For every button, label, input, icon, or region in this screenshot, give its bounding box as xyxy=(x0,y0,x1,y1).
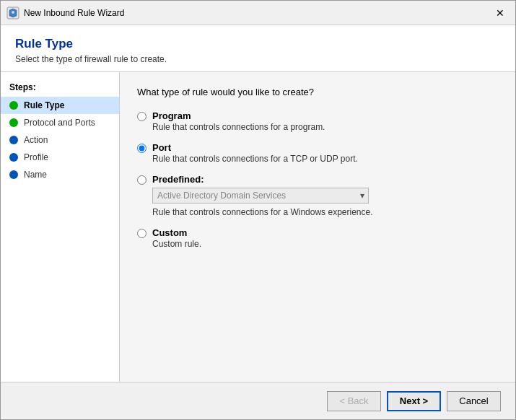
next-button[interactable]: Next > xyxy=(387,391,441,411)
content-area: Rule Type Select the type of firewall ru… xyxy=(1,25,515,382)
step-label-protocol-ports: Protocol and Ports xyxy=(24,118,95,128)
radio-predefined[interactable] xyxy=(137,175,147,185)
predefined-select-wrapper: Active Directory Domain Services xyxy=(152,188,373,204)
radio-label-custom[interactable]: Custom xyxy=(152,227,201,238)
radio-desc-program: Rule that controls connections for a pro… xyxy=(152,122,325,132)
title-bar-text: New Inbound Rule Wizard xyxy=(24,8,491,18)
radio-option-custom: Custom Custom rule. xyxy=(137,227,498,249)
radio-option-program: Program Rule that controls connections f… xyxy=(137,110,498,132)
steps-label: Steps: xyxy=(1,79,119,97)
step-dot-protocol-ports xyxy=(9,118,18,127)
radio-option-predefined: Predefined: Active Directory Domain Serv… xyxy=(137,174,498,217)
footer: < Back Next > Cancel xyxy=(1,382,515,419)
radio-option-port: Port Rule that controls connections for … xyxy=(137,142,498,164)
predefined-select[interactable]: Active Directory Domain Services xyxy=(152,188,369,204)
sidebar-item-profile[interactable]: Profile xyxy=(1,149,119,166)
main-body: Steps: Rule Type Protocol and Ports Acti… xyxy=(1,72,515,382)
svg-point-1 xyxy=(12,11,14,14)
title-bar: New Inbound Rule Wizard ✕ xyxy=(1,1,515,25)
radio-desc-port: Rule that controls connections for a TCP… xyxy=(152,154,358,164)
radio-desc-custom: Custom rule. xyxy=(152,239,201,249)
radio-program[interactable] xyxy=(137,112,147,121)
step-dot-profile xyxy=(9,153,18,162)
radio-label-program[interactable]: Program xyxy=(152,110,325,121)
wizard-content: What type of rule would you like to crea… xyxy=(120,72,515,382)
radio-label-port[interactable]: Port xyxy=(152,142,358,153)
window-icon xyxy=(6,6,19,19)
step-label-profile: Profile xyxy=(24,152,48,162)
back-button[interactable]: < Back xyxy=(327,391,381,411)
page-title: Rule Type xyxy=(15,37,501,51)
close-button[interactable]: ✕ xyxy=(491,4,510,22)
wizard-window: New Inbound Rule Wizard ✕ Rule Type Sele… xyxy=(0,0,516,420)
header-section: Rule Type Select the type of firewall ru… xyxy=(1,25,515,72)
predefined-select-container: Active Directory Domain Services xyxy=(152,188,369,204)
step-dot-name xyxy=(9,170,18,179)
step-dot-action xyxy=(9,136,18,144)
radio-label-predefined[interactable]: Predefined: xyxy=(152,174,373,185)
sidebar-item-name[interactable]: Name xyxy=(1,166,119,183)
sidebar-item-action[interactable]: Action xyxy=(1,131,119,149)
radio-custom[interactable] xyxy=(137,229,147,238)
radio-desc-predefined: Rule that controls connections for a Win… xyxy=(152,207,373,217)
sidebar: Steps: Rule Type Protocol and Ports Acti… xyxy=(1,72,120,382)
radio-group: Program Rule that controls connections f… xyxy=(137,110,498,249)
question-text: What type of rule would you like to crea… xyxy=(137,87,498,97)
page-subtitle: Select the type of firewall rule to crea… xyxy=(15,54,501,64)
step-dot-rule-type xyxy=(9,101,18,110)
sidebar-item-protocol-ports[interactable]: Protocol and Ports xyxy=(1,114,119,131)
step-label-action: Action xyxy=(24,135,48,145)
step-label-rule-type: Rule Type xyxy=(24,100,64,110)
step-label-name: Name xyxy=(24,170,47,180)
title-bar-controls: ✕ xyxy=(491,4,510,22)
cancel-button[interactable]: Cancel xyxy=(447,391,501,411)
sidebar-item-rule-type[interactable]: Rule Type xyxy=(1,97,119,114)
radio-port[interactable] xyxy=(137,144,147,153)
